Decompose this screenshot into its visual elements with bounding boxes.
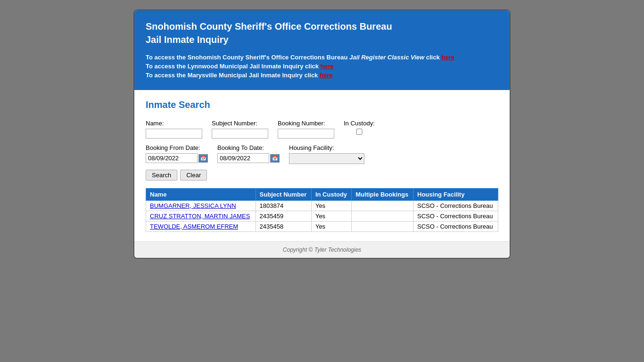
name-input[interactable] [146,129,202,139]
clear-button[interactable]: Clear [180,170,207,181]
booking-to-wrapper: 📅 [217,153,280,163]
table-row: TEWOLDE, ASMEROM EFREM 2435458 Yes SCSO … [146,222,498,232]
booking-number-group: Booking Number: [278,120,334,139]
col-multiple-bookings: Multiple Bookings [352,189,413,201]
marysville-link[interactable]: here [320,72,332,79]
cell-in-custody: Yes [311,211,351,222]
cell-housing-facility: SCSO - Corrections Bureau [413,222,498,232]
cell-multiple-bookings [352,222,413,232]
col-subject-number: Subject Number [256,189,311,201]
booking-from-input[interactable] [146,153,198,163]
cell-in-custody: Yes [311,222,351,232]
col-name: Name [146,189,256,201]
booking-to-group: Booking To Date: 📅 [217,144,280,163]
classic-view-link-line: To access the Snohomish County Sheriff's… [146,54,498,61]
in-custody-group: In Custody: [344,120,375,135]
subject-number-input[interactable] [212,129,268,139]
name-group: Name: [146,120,202,139]
inmate-search-title: Inmate Search [146,99,498,110]
name-label: Name: [146,120,202,127]
inmate-name-link[interactable]: CRUZ STRATTON, MARTIN JAMES [150,213,250,220]
footer-section: Copyright © Tyler Technologies [134,241,510,258]
search-button[interactable]: Search [146,170,177,181]
in-custody-checkbox[interactable] [344,129,375,135]
housing-facility-group: Housing Facility: SCSO - Corrections Bur… [289,144,364,164]
link1-prefix: To access the Snohomish County Sheriff's… [146,54,349,61]
main-container: Snohomish County Sheriff's Office Correc… [133,9,511,259]
link1-italic: Jail Register Classic View [349,54,424,61]
link1-suffix: click [424,54,441,61]
subject-number-group: Subject Number: [212,120,268,139]
table-header-row: Name Subject Number In Custody Multiple … [146,189,498,201]
cell-subject-number: 2435458 [256,222,311,232]
link3-text: To access the Marysville Municipal Jail … [146,72,320,79]
main-section: Inmate Search Name: Subject Number: Book… [134,90,510,241]
results-table: Name Subject Number In Custody Multiple … [146,188,498,232]
table-row: CRUZ STRATTON, MARTIN JAMES 2435459 Yes … [146,211,498,222]
booking-from-calendar-icon[interactable]: 📅 [198,154,208,163]
form-row-2: Booking From Date: 📅 Booking To Date: 📅 … [146,144,498,164]
housing-facility-label: Housing Facility: [289,144,364,151]
button-row: Search Clear [146,170,498,181]
in-custody-label: In Custody: [344,120,375,127]
booking-from-group: Booking From Date: 📅 [146,144,208,163]
inmate-name-link[interactable]: TEWOLDE, ASMEROM EFREM [150,223,238,230]
housing-facility-select[interactable]: SCSO - Corrections Bureau [289,153,364,164]
booking-to-input[interactable] [217,153,269,163]
title-line2: Jail Inmate Inquiry [146,34,229,45]
cell-multiple-bookings [352,201,413,211]
page-title: Snohomish County Sheriff's Office Correc… [146,20,498,46]
col-in-custody: In Custody [311,189,351,201]
marysville-link-line: To access the Marysville Municipal Jail … [146,72,498,79]
booking-number-input[interactable] [278,129,334,139]
cell-subject-number: 1803874 [256,201,311,211]
col-housing-facility: Housing Facility [413,189,498,201]
cell-subject-number: 2435459 [256,211,311,222]
cell-in-custody: Yes [311,201,351,211]
form-row-1: Name: Subject Number: Booking Number: In… [146,120,498,139]
cell-name: CRUZ STRATTON, MARTIN JAMES [146,211,256,222]
table-body: BUMGARNER, JESSICA LYNN 1803874 Yes SCSO… [146,201,498,232]
lynnwood-link-line: To access the Lynnwood Municipal Jail In… [146,63,498,70]
cell-housing-facility: SCSO - Corrections Bureau [413,211,498,222]
booking-to-label: Booking To Date: [217,144,280,151]
booking-from-wrapper: 📅 [146,153,208,163]
cell-name: TEWOLDE, ASMEROM EFREM [146,222,256,232]
booking-from-label: Booking From Date: [146,144,208,151]
cell-name: BUMGARNER, JESSICA LYNN [146,201,256,211]
table-row: BUMGARNER, JESSICA LYNN 1803874 Yes SCSO… [146,201,498,211]
header-section: Snohomish County Sheriff's Office Correc… [134,10,510,90]
booking-number-label: Booking Number: [278,120,334,127]
copyright-text: Copyright © Tyler Technologies [283,247,361,253]
inmate-name-link[interactable]: BUMGARNER, JESSICA LYNN [150,202,236,209]
cell-multiple-bookings [352,211,413,222]
booking-to-calendar-icon[interactable]: 📅 [270,154,280,163]
link2-text: To access the Lynnwood Municipal Jail In… [146,63,321,70]
subject-number-label: Subject Number: [212,120,268,127]
title-line1: Snohomish County Sheriff's Office Correc… [146,21,392,32]
table-header: Name Subject Number In Custody Multiple … [146,189,498,201]
lynnwood-link[interactable]: here [321,63,333,70]
cell-housing-facility: SCSO - Corrections Bureau [413,201,498,211]
classic-view-link[interactable]: here [441,54,454,61]
header-links: To access the Snohomish County Sheriff's… [146,54,498,79]
